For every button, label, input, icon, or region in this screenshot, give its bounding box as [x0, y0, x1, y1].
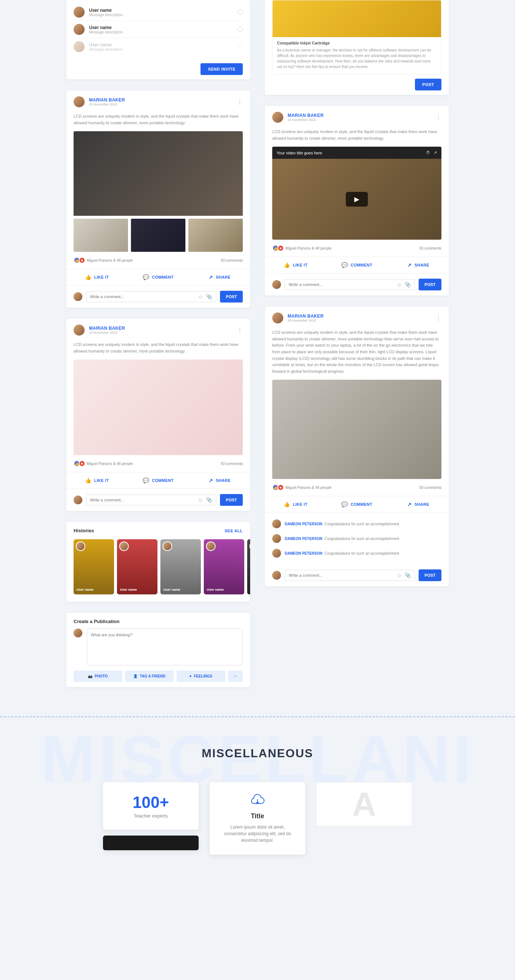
commenter-name[interactable]: DAMEON PETERSON: [285, 551, 322, 555]
comment-button[interactable]: 💬COMMENT: [128, 269, 189, 285]
comment-button[interactable]: 💬COMMENT: [326, 496, 388, 512]
reacted-by[interactable]: Miguel Parsons & 48 people: [87, 258, 218, 262]
reacted-by[interactable]: Miguel Parsons & 48 people: [285, 246, 416, 250]
reaction-icons[interactable]: 👍 ♥: [272, 484, 282, 491]
history-item[interactable]: User name: [73, 539, 114, 594]
avatar[interactable]: [272, 112, 283, 123]
media-thumb[interactable]: [131, 219, 185, 252]
photo-button[interactable]: 📷PHOTO: [73, 670, 122, 682]
author-name[interactable]: MARIAN BAKER: [89, 97, 233, 103]
post-button[interactable]: POST: [220, 494, 243, 506]
emoji-icon[interactable]: ☺: [198, 497, 203, 503]
commenter-name[interactable]: DAMEON PETERSON: [285, 537, 322, 541]
avatar: [73, 495, 82, 504]
check-icon[interactable]: [238, 27, 243, 32]
avatar[interactable]: [272, 519, 281, 528]
invite-desc: Message description: [89, 13, 233, 17]
history-item[interactable]: [247, 539, 250, 594]
comment-input[interactable]: [289, 282, 397, 287]
post-date: 20 November 2019: [89, 331, 233, 334]
author-name[interactable]: MARIAN BAKER: [288, 313, 431, 319]
publication-textarea[interactable]: [87, 628, 243, 665]
post-button[interactable]: POST: [415, 79, 442, 91]
emoji-icon[interactable]: ☺: [397, 282, 402, 288]
reacted-by[interactable]: Miguel Parsons & 48 people: [285, 485, 416, 490]
comments-count[interactable]: 93 comments: [419, 246, 442, 250]
tag-friend-button[interactable]: 👤TAG A FRIEND: [125, 670, 174, 682]
share-button[interactable]: ↗SHARE: [189, 473, 250, 488]
share-button[interactable]: ↗SHARE: [387, 257, 449, 273]
author-name[interactable]: MARIAN BAKER: [288, 113, 431, 118]
dark-card: [103, 835, 199, 850]
like-button[interactable]: 👍LIKE IT: [66, 473, 128, 488]
avatar[interactable]: [73, 325, 85, 336]
comment-input[interactable]: [90, 498, 198, 502]
share-button[interactable]: ↗SHARE: [387, 496, 449, 512]
post-button[interactable]: POST: [419, 278, 442, 290]
avatar[interactable]: [272, 549, 281, 558]
avatar[interactable]: [272, 312, 283, 323]
post-button[interactable]: POST: [220, 291, 243, 302]
comments-count[interactable]: 93 comments: [221, 462, 243, 466]
link-title: Compatible Inkjet Cartridge: [273, 37, 441, 48]
attachment-icon[interactable]: 📎: [405, 282, 411, 288]
post-date: 20 November 2019: [288, 319, 431, 322]
attachment-icon[interactable]: 📎: [206, 497, 212, 503]
comment-button[interactable]: 💬COMMENT: [326, 257, 388, 273]
reaction-icons[interactable]: 👍 ♥: [73, 460, 84, 467]
reaction-icons[interactable]: 👍 ♥: [73, 257, 84, 264]
feelings-button[interactable]: ♥FEELINGS: [177, 670, 225, 682]
like-button[interactable]: 👍LIKE IT: [66, 269, 128, 285]
share-button[interactable]: ↗SHARE: [189, 269, 250, 285]
like-button[interactable]: 👍LIKE IT: [265, 257, 326, 273]
play-icon[interactable]: ▶: [346, 192, 368, 207]
comment-icon: 💬: [341, 262, 348, 268]
more-button[interactable]: ⋯: [228, 670, 243, 682]
post-media[interactable]: [73, 360, 243, 455]
comment-input[interactable]: [90, 294, 198, 299]
reacted-by[interactable]: Miguel Parsons & 48 people: [87, 462, 218, 466]
see-all-link[interactable]: SEE ALL: [225, 528, 243, 533]
check-icon[interactable]: [238, 44, 243, 49]
avatar[interactable]: [73, 96, 85, 107]
more-icon[interactable]: ⋮: [435, 315, 442, 321]
like-button[interactable]: 👍LIKE IT: [265, 496, 326, 512]
reaction-icons[interactable]: 👍 ♥: [272, 245, 282, 251]
more-icon[interactable]: ⋮: [237, 327, 243, 334]
share-icon[interactable]: ↗: [434, 150, 437, 155]
watch-later-icon[interactable]: ⏱: [426, 150, 430, 155]
link-preview[interactable]: Compatible Inkjet Cartridge As a busines…: [272, 0, 442, 74]
invite-row[interactable]: User name Message description: [73, 21, 243, 38]
comment-icon: 💬: [143, 477, 149, 484]
avatar: [76, 541, 85, 551]
more-icon[interactable]: ⋮: [435, 114, 442, 121]
post-media[interactable]: [73, 131, 243, 252]
share-icon: ↗: [407, 262, 411, 268]
invite-row[interactable]: User name Message description: [73, 4, 243, 21]
attachment-icon[interactable]: 📎: [206, 294, 212, 299]
emoji-icon[interactable]: ☺: [198, 294, 203, 299]
comment-input[interactable]: [289, 573, 397, 578]
more-icon[interactable]: ⋮: [237, 99, 243, 105]
post-button[interactable]: POST: [419, 570, 442, 581]
comments-count[interactable]: 93 comments: [221, 258, 243, 262]
media-thumb[interactable]: [73, 219, 128, 252]
attachment-icon[interactable]: 📎: [405, 572, 411, 578]
send-invite-button[interactable]: SEND INVITE: [201, 63, 243, 75]
commenter-name[interactable]: DAMEON PETERSON: [285, 522, 322, 526]
post-media[interactable]: [272, 380, 442, 479]
miscellaneous-section: MISCELLANI MISCELLANEOUS 100+ Teacher ex…: [0, 717, 515, 877]
history-item[interactable]: User name: [117, 539, 158, 594]
video-player[interactable]: Your video title goes here ⏱ ↗ ▶: [272, 147, 442, 240]
history-item[interactable]: User name: [204, 539, 244, 594]
invite-row[interactable]: User name Message description: [73, 38, 243, 55]
history-item[interactable]: User name: [160, 539, 201, 594]
media-thumb[interactable]: [188, 219, 243, 252]
comment-button[interactable]: 💬COMMENT: [128, 473, 189, 488]
check-icon[interactable]: [238, 10, 243, 15]
emoji-icon[interactable]: ☺: [397, 572, 402, 578]
invite-name: User name: [89, 25, 233, 30]
comments-count[interactable]: 93 comments: [419, 485, 442, 490]
author-name[interactable]: MARIAN BAKER: [89, 326, 233, 331]
avatar[interactable]: [272, 534, 281, 543]
